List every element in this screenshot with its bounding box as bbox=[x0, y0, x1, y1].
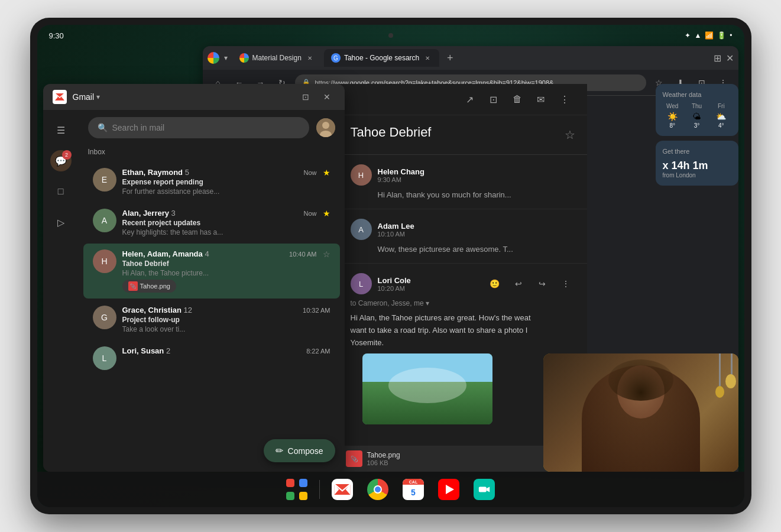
gmail-sidebar: ☰ 💬 2 □ ▷ bbox=[43, 110, 79, 472]
compose-pencil-icon: ✏ bbox=[276, 445, 283, 456]
thread-avatar: H bbox=[351, 164, 372, 186]
email-item[interactable]: A Alan, Jerrery 3 Now Recent project upd… bbox=[83, 203, 340, 242]
more-options-button[interactable]: ⋮ bbox=[554, 89, 575, 110]
email-star-action: ☆ bbox=[323, 249, 330, 259]
gmail-dropdown-arrow[interactable]: ▾ bbox=[96, 93, 100, 101]
taskbar-youtube-button[interactable] bbox=[436, 476, 462, 502]
apps-grid-button[interactable] bbox=[284, 476, 310, 502]
weather-widget: Weather data Wed ☀️ 8° Thu 🌤 3° Fri ⛅ bbox=[656, 84, 738, 186]
chrome-icon bbox=[367, 479, 388, 500]
thread-sender-info: Adam Lee 10:10 AM bbox=[378, 222, 414, 238]
more-reply-options[interactable]: ⋮ bbox=[556, 274, 575, 293]
email-time: Now bbox=[303, 169, 316, 176]
attachment-file-icon: 📎 bbox=[128, 281, 138, 291]
chrome-tab-material-design[interactable]: Material Design ✕ bbox=[232, 49, 322, 67]
thread-item-helen: H Helen Chang 9:30 AM Hi Alan, thank you… bbox=[339, 155, 587, 209]
attachment-filename: Tahoe.png bbox=[367, 451, 400, 459]
to-line: to Cameron, Jesse, me ▾ bbox=[351, 299, 575, 307]
email-avatar: E bbox=[93, 168, 116, 192]
taskbar-meet-button[interactable] bbox=[471, 476, 497, 502]
apps-grid-icon bbox=[285, 478, 309, 501]
save-button[interactable]: ⊡ bbox=[483, 89, 504, 110]
svg-point-2 bbox=[322, 122, 329, 129]
battery-icon: 🔋 bbox=[717, 31, 726, 40]
gmail-logo-icon bbox=[53, 90, 67, 104]
email-content: Lori, Susan 2 8:22 AM bbox=[122, 346, 330, 356]
sidebar-menu-icon[interactable]: ☰ bbox=[50, 119, 72, 141]
grid-dot-3 bbox=[286, 492, 294, 500]
email-item[interactable]: G Grace, Christian 12 10:32 AM Project f… bbox=[83, 300, 340, 339]
chrome-tabs-right: ⊞ ✕ bbox=[714, 53, 734, 64]
email-item[interactable]: L Lori, Susan 2 8:22 AM bbox=[83, 340, 340, 376]
thread-time: 10:10 AM bbox=[378, 231, 414, 238]
taskbar: CAL 5 bbox=[37, 472, 744, 507]
email-item-selected[interactable]: H Helen, Adam, Amanda 4 10:40 AM Tahoe D… bbox=[83, 244, 340, 299]
star-empty-icon[interactable]: ☆ bbox=[323, 249, 330, 259]
thread-sender-name: Adam Lee bbox=[378, 222, 414, 231]
email-detail-title: Tahoe Debrief bbox=[351, 125, 432, 140]
gmail-titlebar: Gmail ▾ ⊡ ✕ bbox=[43, 84, 345, 110]
email-sender: Helen, Adam, Amanda 4 bbox=[122, 249, 209, 258]
get-there-label: Get there bbox=[663, 148, 731, 155]
email-time: 10:32 AM bbox=[303, 307, 330, 314]
user-avatar[interactable] bbox=[316, 118, 335, 137]
email-sender: Ethan, Raymond 5 bbox=[122, 168, 189, 177]
tab-favicon-material bbox=[239, 53, 249, 63]
taskbar-calendar-button[interactable]: CAL 5 bbox=[400, 476, 426, 502]
star-icon[interactable]: ★ bbox=[323, 209, 330, 218]
mail-button[interactable]: ✉ bbox=[530, 89, 552, 110]
star-icon[interactable]: ★ bbox=[323, 168, 330, 177]
taskbar-gmail-button[interactable] bbox=[329, 476, 355, 502]
chrome-tab-tahoe[interactable]: G Tahoe - Google sesarch ✕ bbox=[324, 49, 439, 67]
gmail-title-text: Gmail ▾ bbox=[73, 92, 101, 102]
gmail-maximize-button[interactable]: ⊡ bbox=[297, 89, 314, 105]
taskbar-divider bbox=[319, 480, 320, 499]
email-time: 8:22 AM bbox=[306, 348, 330, 355]
email-header: Ethan, Raymond 5 Now bbox=[122, 168, 317, 177]
bluetooth-icon: ✦ bbox=[685, 31, 691, 40]
new-tab-button[interactable]: + bbox=[442, 50, 458, 66]
compose-button[interactable]: ✏ Compose bbox=[264, 439, 335, 462]
gmail-search-input-field[interactable]: 🔍 Search in mail bbox=[88, 117, 309, 138]
email-item[interactable]: E Ethan, Raymond 5 Now Expense report pe… bbox=[83, 162, 340, 202]
tab-close-tahoe[interactable]: ✕ bbox=[423, 53, 432, 63]
expand-button[interactable]: ↗ bbox=[459, 89, 481, 110]
search-icon: 🔍 bbox=[98, 123, 108, 132]
camera-dot bbox=[388, 33, 393, 38]
forward-button[interactable]: ↪ bbox=[533, 274, 552, 293]
chrome-tabs-bar: ▾ Material Design ✕ G Tahoe - Google ses… bbox=[203, 46, 738, 70]
gmail-close-button[interactable]: ✕ bbox=[319, 89, 335, 105]
inbox-label: Inbox bbox=[79, 145, 345, 161]
email-header: Helen, Adam, Amanda 4 10:40 AM bbox=[122, 249, 317, 258]
gmail-email-list: 🔍 Search in mail Inbox bbox=[79, 110, 345, 472]
taskbar-chrome-button[interactable] bbox=[365, 476, 391, 502]
sidebar-video-icon[interactable]: ▷ bbox=[50, 212, 72, 233]
email-time: 10:40 AM bbox=[289, 251, 316, 258]
day-name: Fri bbox=[711, 103, 731, 109]
get-there-time: x 14h 1m bbox=[663, 160, 731, 172]
close-chrome-icon[interactable]: ✕ bbox=[726, 53, 734, 64]
grid-dot-2 bbox=[299, 479, 307, 487]
email-sender: Alan, Jerrery 3 bbox=[122, 209, 176, 218]
thread-time: 9:30 AM bbox=[378, 176, 424, 183]
email-subject: Expense report pending bbox=[122, 178, 317, 186]
email-star-action: ★ bbox=[323, 209, 330, 218]
search-placeholder: Search in mail bbox=[112, 123, 165, 132]
pendant-light-2 bbox=[725, 374, 736, 388]
tab-grid-icon[interactable]: ⊞ bbox=[714, 53, 721, 64]
pendant-light-1 bbox=[715, 386, 724, 398]
weather-day-thu: Thu 🌤 3° bbox=[687, 103, 707, 129]
detail-star-icon[interactable]: ☆ bbox=[565, 128, 575, 142]
sidebar-inbox-icon[interactable]: 💬 2 bbox=[50, 150, 72, 171]
trash-button[interactable]: 🗑 bbox=[507, 89, 528, 110]
chrome-menu-arrow[interactable]: ▾ bbox=[224, 54, 228, 62]
tab-close-material[interactable]: ✕ bbox=[305, 53, 315, 63]
weather-icon-wed: ☀️ bbox=[663, 112, 682, 121]
emoji-button[interactable]: 🙂 bbox=[485, 274, 504, 293]
sidebar-chat-icon[interactable]: □ bbox=[50, 181, 72, 202]
photo-trees bbox=[362, 353, 492, 424]
reply-button[interactable]: ↩ bbox=[509, 274, 528, 293]
tab-favicon-tahoe: G bbox=[331, 53, 341, 63]
battery-indicator: • bbox=[730, 31, 732, 40]
weather-day-fri: Fri ⛅ 4° bbox=[711, 103, 731, 129]
